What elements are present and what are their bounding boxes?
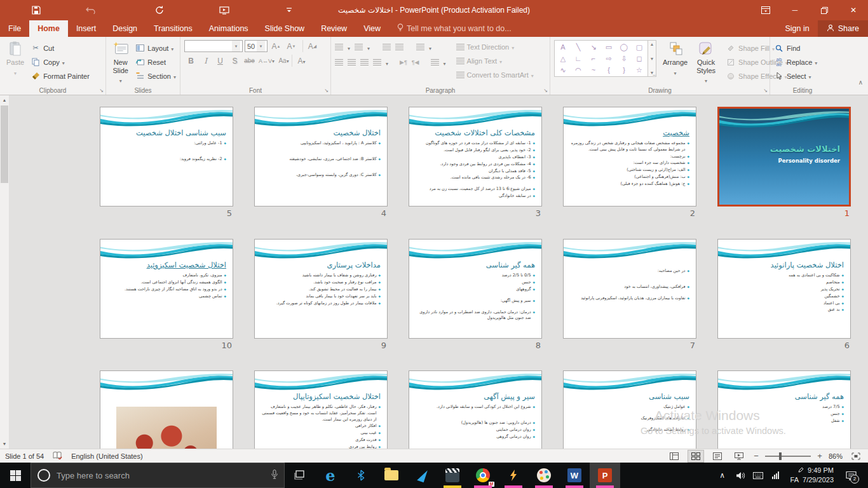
input-language[interactable]: FA: [790, 475, 799, 485]
tab-transitions[interactable]: Transitions: [146, 20, 201, 37]
bluetooth-icon[interactable]: [346, 463, 376, 488]
file-explorer-icon[interactable]: [376, 463, 407, 488]
vertical-scrollbar[interactable]: ▲ ▼: [0, 95, 10, 449]
shape-glyph-icon[interactable]: ⌐: [592, 55, 595, 62]
tab-review[interactable]: Review: [313, 20, 355, 37]
section-button[interactable]: Section: [135, 69, 176, 83]
scrollbar-thumb[interactable]: [1, 105, 8, 183]
clock-block[interactable]: 9:49 PM FA7/29/2023: [785, 466, 839, 485]
task-view-icon[interactable]: [285, 463, 315, 488]
replace-button[interactable]: abac Replace: [774, 55, 817, 69]
shape-glyph-icon[interactable]: ╲: [576, 44, 581, 51]
change-case-button[interactable]: Aa: [277, 55, 290, 67]
shape-glyph-icon[interactable]: ⇩: [621, 55, 627, 62]
shape-glyph-icon[interactable]: ↘: [590, 44, 596, 51]
slide-thumbnail[interactable]: سبب شناسی اختلال شخصیت ◆1- عامل وراثتی:◆…: [100, 107, 233, 207]
character-spacing-button[interactable]: A↔V: [257, 55, 276, 67]
new-slide-button[interactable]: New Slide: [110, 40, 131, 85]
taskbar-search[interactable]: Type here to search: [31, 463, 285, 488]
decrease-font-size-icon[interactable]: A▼: [285, 40, 298, 52]
slide-thumbnail[interactable]: اختلال شخصیت اسکیزوتایپال ◆رفتار، فکر، ح…: [254, 370, 388, 449]
slide-thumbnail[interactable]: سیر و پیش آگهی ◆شروع این اختلال در کودکی…: [409, 370, 542, 449]
font-color-button[interactable]: A: [292, 55, 308, 67]
powerpoint-icon[interactable]: P: [590, 463, 620, 488]
tab-insert[interactable]: Insert: [68, 20, 104, 37]
quill-app-icon[interactable]: [407, 463, 437, 488]
minimize-button[interactable]: ─: [780, 0, 810, 20]
slide-thumbnail[interactable]: [100, 370, 233, 449]
word-icon[interactable]: W: [559, 463, 590, 488]
slide-thumbnail[interactable]: مشخصات کلی اختلالات شخصیت ◆1- سابقه ای ا…: [409, 107, 542, 207]
scroll-up-icon[interactable]: ▲: [0, 95, 9, 105]
tab-design[interactable]: Design: [104, 20, 146, 37]
tell-me-box[interactable]: Tell me what you want to do...: [389, 20, 520, 37]
collapse-ribbon-icon[interactable]: ∧: [858, 79, 863, 86]
chrome-icon[interactable]: M: [468, 463, 498, 488]
shape-glyph-icon[interactable]: }: [623, 67, 625, 74]
increase-font-size-icon[interactable]: A▲: [269, 40, 283, 52]
slide-thumbnail[interactable]: مداخلات پرستاری ◆رفتاری روشن و شفاف با ب…: [254, 239, 388, 339]
tab-slideshow[interactable]: Slide Show: [257, 20, 313, 37]
shape-glyph-icon[interactable]: ∿: [560, 67, 566, 74]
italic-button[interactable]: I: [199, 55, 212, 67]
tab-view[interactable]: View: [355, 20, 389, 37]
normal-view-icon[interactable]: [666, 450, 682, 463]
paint-app-icon[interactable]: [529, 463, 559, 488]
slide-thumbnail[interactable]: سبب شناسی ◆عوامل ژنتیک◆خانواده های اسکیز…: [563, 370, 696, 449]
slide-indicator[interactable]: Slide 1 of 54: [5, 452, 44, 460]
movie-maker-app-icon[interactable]: [437, 463, 468, 488]
strikethrough-button[interactable]: abe: [243, 55, 256, 67]
cut-button[interactable]: ✂ Cut: [31, 41, 90, 55]
language-indicator[interactable]: English (United States): [71, 452, 143, 460]
find-button[interactable]: Find: [774, 41, 817, 55]
spell-check-icon[interactable]: [53, 451, 62, 461]
layout-button[interactable]: Layout: [135, 41, 176, 55]
ribbon-display-options-icon[interactable]: [751, 0, 780, 20]
fit-to-window-icon[interactable]: [848, 450, 864, 463]
slide-show-icon[interactable]: [731, 450, 747, 463]
zoom-out-icon[interactable]: −: [752, 451, 760, 461]
slide-sorter-view-icon[interactable]: [688, 450, 704, 463]
reading-view-icon[interactable]: [709, 450, 726, 463]
zoom-level[interactable]: 86%: [829, 452, 843, 460]
shape-glyph-icon[interactable]: ▢: [636, 44, 642, 51]
slide-thumbnail[interactable]: شخصیت ◆مجموعه مشخص صفات هیجانی و رفتاری …: [563, 107, 696, 207]
tab-file[interactable]: File: [0, 20, 29, 37]
copy-button[interactable]: Copy: [31, 55, 90, 69]
shape-glyph-icon[interactable]: ◻: [636, 55, 642, 62]
underline-button[interactable]: U: [214, 55, 227, 67]
touch-keyboard-icon[interactable]: [750, 463, 766, 488]
tab-animations[interactable]: Animations: [201, 20, 257, 37]
lightning-app-icon[interactable]: [498, 463, 529, 488]
volume-icon[interactable]: [732, 463, 749, 488]
slide-thumbnail[interactable]: اختلال شخصیت اسکیزوئید ◆منزوی، تکرو، نام…: [100, 239, 233, 339]
action-center-icon[interactable]: 2: [840, 463, 862, 488]
shape-glyph-icon[interactable]: △: [560, 55, 566, 62]
bold-button[interactable]: B: [184, 55, 198, 67]
network-icon[interactable]: [768, 463, 784, 488]
sign-in-link[interactable]: Sign in: [776, 20, 817, 37]
gallery-down-icon[interactable]: ▼: [650, 57, 654, 61]
gallery-up-icon[interactable]: ▲: [650, 42, 654, 46]
edge-icon[interactable]: e: [315, 463, 346, 488]
shape-glyph-icon[interactable]: ◠: [575, 67, 581, 74]
shape-glyph-icon[interactable]: ☆: [636, 67, 642, 74]
shape-glyph-icon[interactable]: ⇨: [606, 55, 611, 62]
zoom-slider-thumb[interactable]: [779, 452, 782, 460]
select-button[interactable]: Select: [774, 69, 817, 83]
quick-styles-button[interactable]: Quick Styles: [694, 40, 718, 85]
format-painter-button[interactable]: Format Painter: [31, 69, 90, 83]
tab-home[interactable]: Home: [29, 20, 68, 37]
start-button[interactable]: [0, 463, 31, 488]
restore-button[interactable]: [810, 0, 839, 20]
zoom-slider[interactable]: [765, 456, 811, 457]
slide-thumbnail[interactable]: اختلالات شخصیت اختلالات شخصیت Personalit…: [717, 107, 851, 207]
tray-chevron-icon[interactable]: ∧: [714, 463, 731, 488]
shape-glyph-icon[interactable]: {: [607, 67, 610, 74]
shape-glyph-icon[interactable]: ~: [592, 67, 595, 74]
font-size-combo[interactable]: 50▾: [245, 40, 268, 52]
scroll-down-icon[interactable]: ▼: [0, 439, 9, 449]
shape-glyph-icon[interactable]: ▭: [606, 44, 612, 51]
zoom-in-icon[interactable]: +: [816, 451, 824, 461]
slide-thumbnail[interactable]: اختلال شخصیت ◆کلاستر A : پارانوید ، اسکی…: [254, 107, 388, 207]
